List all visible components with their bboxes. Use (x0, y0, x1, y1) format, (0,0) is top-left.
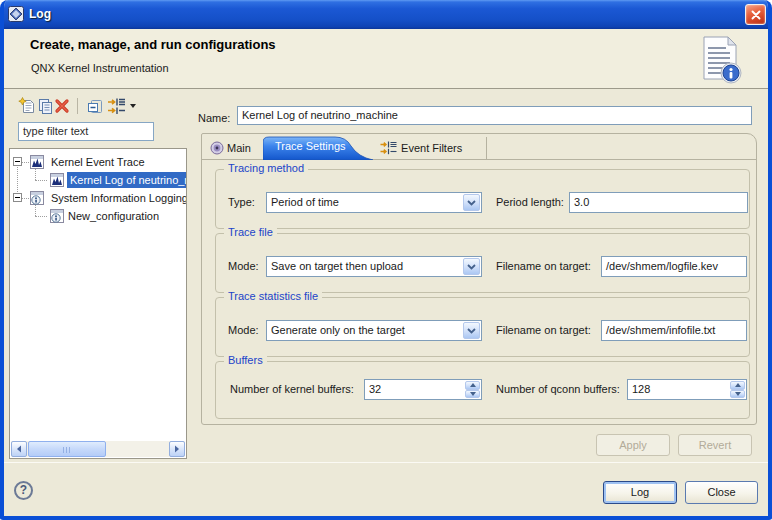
tree-item-label: New_configuration (68, 208, 159, 224)
page-title: Create, manage, and run configurations (30, 37, 276, 52)
qconn-buffers-label: Number of qconn buffers: (496, 379, 620, 400)
delete-icon (53, 97, 71, 115)
name-label: Name: (198, 109, 230, 128)
title-bar[interactable]: Log (0, 0, 772, 29)
kernel-event-trace-icon (29, 154, 45, 170)
arrow-up-icon (470, 383, 476, 387)
bottom-separator (4, 462, 768, 463)
group-title: Buffers (224, 354, 267, 366)
tab-main-label: Main (227, 142, 251, 154)
delete-configuration-button[interactable] (51, 95, 73, 117)
tree-item-label: Kernel Event Trace (51, 154, 145, 170)
scroll-left-arrow-icon (16, 445, 22, 453)
spinner-up-button[interactable] (465, 381, 480, 390)
kernel-buffers-value: 32 (369, 380, 464, 399)
close-icon (751, 10, 761, 20)
configuration-tree[interactable]: Kernel Event Trace Kernel Log of neutrin… (9, 148, 187, 459)
mode-label: Mode: (228, 320, 259, 341)
filter-dropdown-caret-icon[interactable] (130, 104, 136, 108)
system-info-logging-icon (29, 190, 45, 206)
trace-file-mode-value: Save on target then upload (271, 257, 462, 276)
scroll-right-arrow-icon (174, 445, 180, 453)
tab-trace-settings-label: Trace Settings (275, 140, 346, 152)
filename-on-target-label: Filename on target: (496, 256, 591, 277)
combo-dropdown-button[interactable] (463, 194, 480, 211)
period-length-label: Period length: (496, 192, 564, 213)
filter-icon (107, 97, 127, 115)
close-window-button[interactable] (745, 4, 766, 25)
tab-event-filters[interactable]: Event Filters (376, 136, 484, 160)
group-tracing-method: Tracing method Type: Period of time Peri… (215, 169, 750, 229)
spinner-down-button[interactable] (465, 390, 480, 399)
trace-statistics-mode-combo[interactable]: Generate only on the target (266, 320, 482, 341)
tab-event-filters-label: Event Filters (401, 142, 462, 154)
trace-statistics-filename-input[interactable]: /dev/shmem/infofile.txt (601, 320, 747, 341)
dialog-body: Create, manage, and run configurations Q… (4, 29, 768, 516)
tree-item-new-configuration[interactable]: New_configuration (10, 207, 186, 225)
window-icon (8, 6, 24, 22)
tree-filter-input[interactable]: type filter text (18, 122, 154, 141)
event-filters-tab-icon (380, 140, 398, 155)
scroll-right-button[interactable] (169, 441, 185, 457)
group-title: Trace statistics file (224, 290, 322, 302)
filename-on-target-label: Filename on target: (496, 320, 591, 341)
dialog-header: Create, manage, and run configurations Q… (4, 29, 768, 89)
log-dialog-window: Log Create, manage, and run configuratio… (0, 0, 772, 520)
toolbar-separator (77, 98, 78, 114)
arrow-down-icon (470, 392, 476, 396)
type-label: Type: (228, 192, 255, 213)
tree-item-system-information-logging[interactable]: System Information Logging (10, 189, 186, 207)
name-input[interactable]: Kernel Log of neutrino_machine (237, 106, 752, 125)
filter-configurations-button[interactable] (106, 95, 128, 117)
group-buffers: Buffers Number of kernel buffers: 32 Num… (215, 361, 750, 419)
arrow-down-icon (735, 392, 741, 396)
kernel-buffers-label: Number of kernel buffers: (230, 379, 354, 400)
tree-item-kernel-log[interactable]: Kernel Log of neutrino_machine (10, 171, 186, 189)
group-trace-file: Trace file Mode: Save on target then upl… (215, 233, 750, 293)
spinner-down-button[interactable] (730, 390, 745, 399)
period-length-input[interactable]: 3.0 (569, 192, 748, 213)
collapse-all-button[interactable] (84, 95, 106, 117)
expander-minus-icon[interactable] (13, 193, 22, 202)
trace-file-mode-combo[interactable]: Save on target then upload (266, 256, 482, 277)
collapse-all-icon (86, 97, 104, 115)
tree-item-label: System Information Logging (51, 190, 186, 206)
tab-main[interactable]: Main (206, 136, 262, 160)
combo-dropdown-button[interactable] (463, 322, 480, 339)
trace-statistics-mode-value: Generate only on the target (271, 321, 462, 340)
arrow-up-icon (735, 383, 741, 387)
close-button[interactable]: Close (685, 481, 758, 504)
tree-item-label-selected: Kernel Log of neutrino_machine (67, 172, 186, 188)
scrollbar-thumb[interactable] (28, 441, 106, 457)
scroll-left-button[interactable] (11, 441, 27, 457)
expander-minus-icon[interactable] (13, 157, 22, 166)
combo-dropdown-button[interactable] (463, 258, 480, 275)
trace-file-filename-input[interactable]: /dev/shmem/logfile.kev (601, 256, 747, 277)
group-title: Tracing method (224, 162, 308, 174)
apply-button[interactable]: Apply (596, 434, 670, 456)
chevron-down-icon (467, 264, 476, 270)
revert-button[interactable]: Revert (678, 434, 752, 456)
kernel-buffers-spinner[interactable]: 32 (364, 379, 482, 400)
main-tab-icon (210, 141, 224, 155)
chevron-down-icon (467, 328, 476, 334)
tab-divider (486, 137, 487, 159)
tree-item-kernel-event-trace[interactable]: Kernel Event Trace (10, 153, 186, 171)
tab-folder: Main Trace Settings (201, 133, 757, 425)
spinner-up-button[interactable] (730, 381, 745, 390)
kernel-event-trace-icon (49, 172, 65, 188)
qconn-buffers-value: 128 (632, 380, 729, 399)
page-subtitle: QNX Kernel Instrumentation (31, 62, 169, 74)
document-info-icon (698, 35, 744, 85)
tracing-type-value: Period of time (271, 193, 462, 212)
tree-horizontal-scrollbar[interactable] (11, 441, 185, 457)
group-trace-statistics-file: Trace statistics file Mode: Generate onl… (215, 297, 750, 357)
qconn-buffers-spinner[interactable]: 128 (627, 379, 747, 400)
mode-label: Mode: (228, 256, 259, 277)
system-info-logging-icon (49, 208, 65, 224)
tab-trace-settings[interactable]: Trace Settings (263, 136, 376, 160)
tracing-type-combo[interactable]: Period of time (266, 192, 482, 213)
chevron-down-icon (467, 200, 476, 206)
help-button[interactable]: ? (14, 481, 33, 500)
log-button[interactable]: Log (603, 481, 677, 504)
